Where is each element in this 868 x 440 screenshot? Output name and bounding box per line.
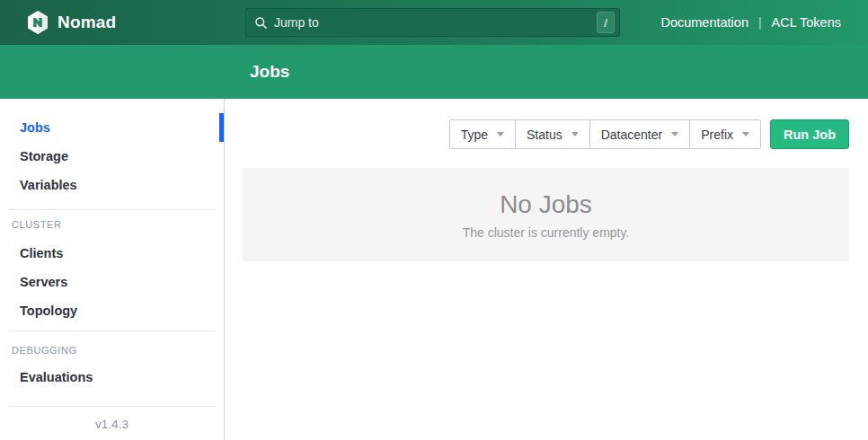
- search-icon: [254, 16, 268, 30]
- filter-label: Status: [527, 128, 562, 142]
- nomad-app: Nomad / Documentation | ACL Tokens Jobs …: [0, 0, 868, 440]
- sidebar-divider: [9, 330, 216, 331]
- brand-name: Nomad: [58, 13, 116, 32]
- subnav-bar: Jobs: [0, 45, 868, 99]
- filter-prefix-dropdown[interactable]: Prefix: [689, 120, 760, 148]
- nomad-home-link[interactable]: Nomad: [27, 11, 116, 34]
- chevron-down-icon: [671, 132, 678, 136]
- sidebar-item-label: Storage: [20, 149, 68, 163]
- sidebar-item-label: Jobs: [20, 120, 50, 135]
- empty-state-message: The cluster is currently empty.: [463, 225, 630, 240]
- search-input[interactable]: [274, 15, 597, 30]
- filter-type-dropdown[interactable]: Type: [450, 120, 515, 148]
- top-navbar: Nomad / Documentation | ACL Tokens: [0, 0, 868, 45]
- sidebar-divider: [9, 406, 216, 407]
- version-label: v1.4.3: [0, 410, 224, 439]
- topnav-links: Documentation | ACL Tokens: [660, 0, 841, 45]
- sidebar-item-variables[interactable]: Variables: [0, 171, 224, 199]
- filter-group: Type Status Datacenter Prefix: [449, 119, 761, 149]
- chevron-down-icon: [571, 132, 579, 136]
- sidebar-item-storage[interactable]: Storage: [0, 142, 224, 171]
- sidebar-item-clients[interactable]: Clients: [0, 239, 224, 268]
- sidebar-item-label: Servers: [20, 275, 67, 289]
- nomad-logo-icon: [27, 11, 49, 34]
- slash-shortcut-badge: /: [597, 12, 615, 33]
- chevron-down-icon: [497, 132, 504, 136]
- sidebar-item-label: Evaluations: [20, 370, 93, 384]
- section-label-cluster: CLUSTER: [12, 217, 224, 232]
- filter-label: Type: [461, 128, 488, 142]
- sidebar-item-label: Variables: [20, 178, 77, 192]
- empty-state: No Jobs The cluster is currently empty.: [243, 168, 849, 261]
- chevron-down-icon: [742, 132, 749, 136]
- run-job-button[interactable]: Run Job: [770, 119, 849, 149]
- section-label-debugging: DEBUGGING: [12, 343, 224, 357]
- filter-label: Datacenter: [601, 128, 662, 142]
- filter-status-dropdown[interactable]: Status: [515, 120, 589, 148]
- filter-label: Prefix: [701, 128, 733, 142]
- sidebar-item-label: Clients: [20, 246, 63, 260]
- empty-state-title: No Jobs: [500, 190, 592, 219]
- jump-to-search[interactable]: /: [245, 8, 620, 37]
- sidebar-item-topology[interactable]: Topology: [0, 296, 224, 325]
- sidebar-divider: [9, 209, 216, 210]
- sidebar-item-evaluations[interactable]: Evaluations: [0, 363, 224, 392]
- sidebar-item-jobs[interactable]: Jobs: [0, 113, 224, 142]
- jobs-toolbar: Type Status Datacenter Prefix Run Job: [449, 119, 849, 149]
- sidebar-item-servers[interactable]: Servers: [0, 268, 224, 296]
- breadcrumb-jobs[interactable]: Jobs: [250, 45, 289, 99]
- active-indicator: [219, 113, 224, 142]
- sidebar-item-label: Topology: [20, 304, 77, 318]
- filter-datacenter-dropdown[interactable]: Datacenter: [589, 120, 689, 148]
- acl-tokens-link[interactable]: ACL Tokens: [772, 15, 841, 30]
- sidebar: Jobs Storage Variables CLUSTER Clients S…: [0, 99, 225, 440]
- links-separator: |: [758, 15, 762, 30]
- documentation-link[interactable]: Documentation: [660, 15, 748, 30]
